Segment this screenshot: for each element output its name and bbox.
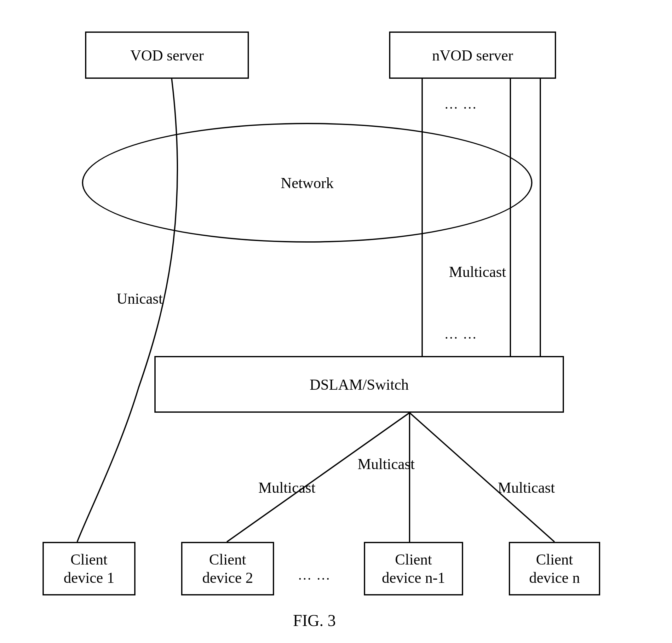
network-ellipse: Network <box>82 123 533 243</box>
vod-server-label: VOD server <box>130 47 204 64</box>
ellipsis-mid: … … <box>444 326 477 342</box>
client1-box: Client device 1 <box>42 542 135 595</box>
multicast-top-label: Multicast <box>449 263 506 280</box>
dslam-label: DSLAM/Switch <box>310 376 409 393</box>
vod-server-box: VOD server <box>85 32 249 79</box>
svg-line-3 <box>227 413 410 542</box>
client-nm1-label: Client device n-1 <box>382 550 445 586</box>
ellipsis-top: … … <box>444 96 477 112</box>
client1-label: Client device 1 <box>64 550 114 586</box>
client2-box: Client device 2 <box>181 542 274 595</box>
ellipsis-bottom: … … <box>298 567 331 583</box>
nvod-server-label: nVOD server <box>432 47 513 64</box>
dslam-box: DSLAM/Switch <box>154 356 564 413</box>
client-nm1-box: Client device n-1 <box>364 542 463 595</box>
client-n-label: Client device n <box>529 550 580 586</box>
client-n-box: Client device n <box>509 542 600 595</box>
network-label: Network <box>281 174 334 192</box>
multicast-branch3-label: Multicast <box>498 479 555 496</box>
multicast-branch2-label: Multicast <box>357 455 415 473</box>
svg-line-5 <box>410 413 554 542</box>
figure-caption: FIG. 3 <box>293 611 336 630</box>
unicast-label: Unicast <box>117 290 163 307</box>
nvod-server-box: nVOD server <box>389 32 556 79</box>
multicast-branch1-label: Multicast <box>258 479 315 496</box>
client2-label: Client device 2 <box>202 550 253 586</box>
